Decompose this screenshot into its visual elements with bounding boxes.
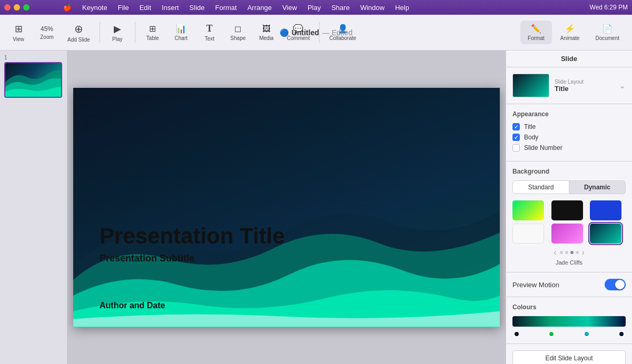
slide-number-checkbox-label: Slide Number — [524, 144, 562, 151]
format-icon: ✏️ — [531, 24, 541, 34]
color-stop-dark[interactable] — [514, 331, 520, 337]
slide-text-area: Presentation Title Presentation Subtitle — [100, 224, 285, 264]
add-slide-icon: ⊕ — [74, 23, 83, 35]
menu-play[interactable]: Play — [305, 3, 323, 13]
layout-preview-bg — [513, 74, 549, 97]
background-navigation: ‹ › — [512, 248, 626, 257]
chart-icon: 📊 — [176, 24, 186, 34]
menu-help[interactable]: Help — [393, 3, 411, 13]
slide-canvas[interactable]: Presentation Title Presentation Subtitle… — [73, 88, 500, 327]
minimize-button[interactable] — [14, 4, 20, 11]
slide-thumbnail[interactable] — [4, 62, 62, 98]
bg-dot-3[interactable] — [570, 251, 574, 254]
titlebar-right: Wed 6:29 PM — [590, 4, 628, 11]
text-button[interactable]: T Text — [196, 20, 223, 45]
slide-1-container[interactable]: 1 — [4, 55, 63, 98]
slide-number-checkbox[interactable] — [512, 144, 520, 151]
menu-file[interactable]: File — [116, 3, 131, 13]
view-button[interactable]: ⊞ View — [5, 20, 32, 45]
title-checkbox-label: Title — [524, 123, 536, 130]
body-checkbox[interactable] — [512, 134, 520, 141]
play-button[interactable]: ▶ Play — [104, 20, 131, 45]
color-stop-teal[interactable] — [584, 331, 590, 337]
edit-layout-section: Edit Slide Layout — [506, 344, 632, 364]
add-slide-button[interactable]: ⊕ Add Slide — [62, 19, 95, 46]
menu-window[interactable]: Window — [358, 3, 387, 13]
title-checkbox[interactable] — [512, 123, 520, 130]
view-label: View — [13, 36, 24, 42]
text-label: Text — [205, 36, 214, 42]
document-icon: 📄 — [602, 24, 613, 34]
table-icon: ⊞ — [149, 24, 156, 34]
menu-keynote[interactable]: Keynote — [80, 3, 110, 13]
document-panel-button[interactable]: 📄 Document — [588, 21, 627, 44]
menu-insert[interactable]: Insert — [160, 3, 181, 13]
swatch-teal-dark[interactable] — [590, 224, 621, 244]
preview-motion-toggle[interactable] — [605, 279, 626, 290]
menu-share[interactable]: Share — [329, 3, 352, 13]
menu-arrange[interactable]: Arrange — [245, 3, 274, 13]
slide-title[interactable]: Presentation Title — [100, 224, 285, 248]
chart-button[interactable]: 📊 Chart — [168, 21, 194, 44]
layout-label: Slide Layout — [555, 79, 614, 85]
swatch-purple[interactable] — [551, 224, 583, 244]
main-layout: 1 — [0, 50, 632, 364]
right-panel-header: Slide — [506, 50, 632, 67]
titlebar: 🍎 Keynote File Edit Insert Slide Format … — [0, 0, 632, 15]
layout-chevron-icon[interactable]: ⌄ — [619, 80, 626, 90]
zoom-button[interactable]: 45% Zoom — [34, 22, 60, 43]
layout-section: Slide Layout Title ⌄ — [506, 67, 632, 104]
media-button[interactable]: 🖼 Media — [253, 21, 280, 44]
maximize-button[interactable] — [23, 4, 29, 11]
swatch-blue[interactable] — [590, 200, 621, 220]
edited-label: — Edited — [322, 28, 353, 37]
edit-slide-layout-button[interactable]: Edit Slide Layout — [512, 350, 626, 364]
table-label: Table — [146, 35, 159, 41]
shape-button[interactable]: ◻ Shape — [225, 21, 251, 44]
media-icon: 🖼 — [262, 24, 271, 34]
swatch-dark[interactable] — [551, 200, 583, 220]
color-stop-darkblue[interactable] — [618, 331, 625, 337]
animate-panel-button[interactable]: ⚡ Animate — [553, 21, 587, 44]
slide-thumb-bg — [5, 63, 61, 97]
menu-view[interactable]: View — [280, 3, 299, 13]
window-controls[interactable] — [4, 4, 29, 11]
slide-author[interactable]: Author and Date — [100, 301, 165, 310]
bg-dot-4[interactable] — [576, 251, 579, 254]
swatch-tooltip: Jade Cliffs — [512, 259, 626, 266]
document-label: Document — [595, 35, 619, 41]
background-swatches-grid — [512, 200, 626, 244]
apple-menu[interactable]: 🍎 — [61, 3, 74, 13]
separator-2 — [135, 22, 135, 43]
title-checkbox-row: Title — [512, 123, 626, 130]
swatch-gradient-green[interactable] — [512, 200, 544, 220]
bg-next-arrow[interactable]: › — [582, 248, 585, 257]
color-stops — [512, 331, 626, 337]
background-toggle: Standard Dynamic — [512, 180, 626, 194]
table-button[interactable]: ⊞ Table — [140, 21, 166, 44]
menu-slide[interactable]: Slide — [187, 3, 207, 13]
bg-dot-2[interactable] — [565, 251, 568, 254]
zoom-icon: 45% — [41, 25, 53, 33]
format-panel-button[interactable]: ✏️ Format — [520, 21, 552, 44]
swatch-white[interactable] — [512, 224, 544, 244]
colours-section-title: Colours — [512, 304, 626, 311]
menu-format[interactable]: Format — [213, 3, 239, 13]
standard-toggle-btn[interactable]: Standard — [512, 180, 569, 194]
menu-edit[interactable]: Edit — [137, 3, 153, 13]
animate-label: Animate — [560, 35, 580, 41]
thumb-waves-svg — [5, 62, 62, 97]
slide-subtitle[interactable]: Presentation Subtitle — [100, 253, 285, 264]
time-display: Wed 6:29 PM — [590, 4, 628, 11]
bg-dot-1[interactable] — [560, 251, 563, 254]
dynamic-toggle-btn[interactable]: Dynamic — [569, 180, 626, 194]
shape-label: Shape — [230, 35, 245, 41]
body-checkbox-label: Body — [524, 134, 538, 141]
text-icon: T — [206, 23, 213, 34]
color-stop-green[interactable] — [548, 331, 555, 337]
media-label: Media — [259, 35, 273, 41]
bg-prev-arrow[interactable]: ‹ — [554, 248, 556, 257]
layout-text-block: Slide Layout Title — [555, 79, 614, 93]
separator-1 — [100, 22, 100, 43]
close-button[interactable] — [4, 4, 11, 11]
